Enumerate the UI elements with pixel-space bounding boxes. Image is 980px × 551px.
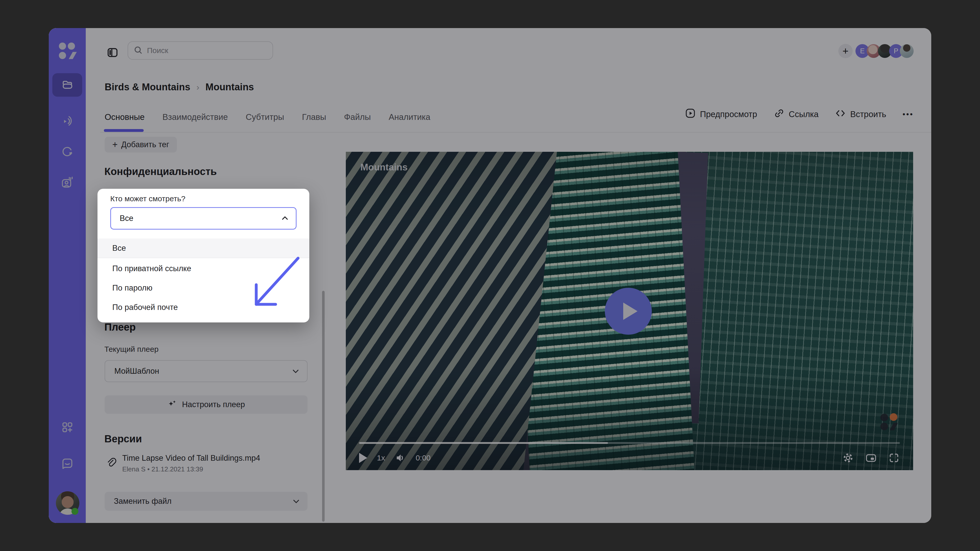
tutorial-arrow-annotation <box>240 252 306 319</box>
who-can-watch-label: Кто может смотреть? <box>110 194 186 203</box>
who-can-watch-select[interactable]: Все <box>110 207 297 230</box>
app-window: + E P Birds & Mountains › Mountains Осно… <box>49 28 931 523</box>
chevron-up-icon <box>282 216 288 222</box>
